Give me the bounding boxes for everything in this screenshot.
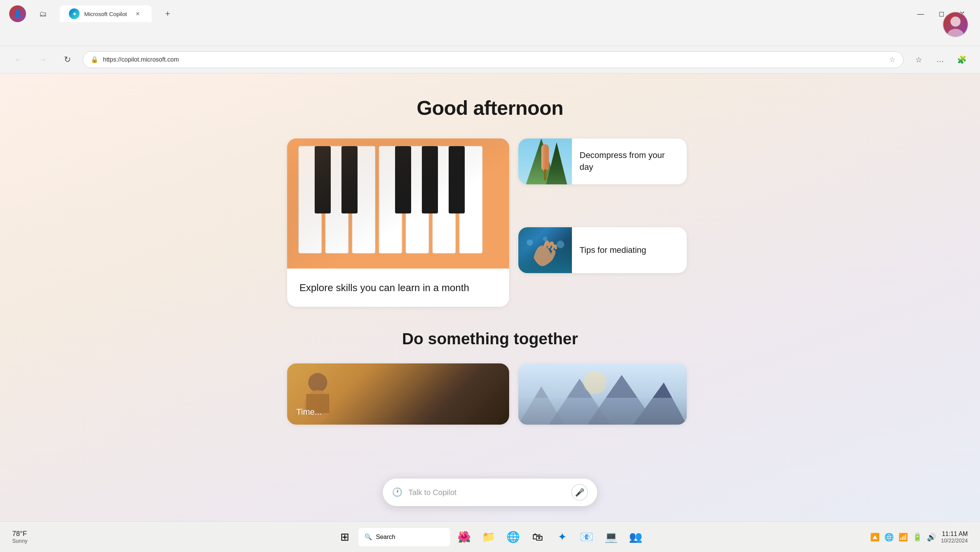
- battery-icon[interactable]: 🔋: [913, 532, 922, 542]
- do-something-cards: Time...: [287, 363, 693, 425]
- new-tab-button[interactable]: +: [159, 5, 176, 22]
- start-button[interactable]: ⊞: [334, 526, 355, 548]
- refresh-button[interactable]: ↻: [58, 50, 77, 69]
- do-card-mountains[interactable]: [518, 363, 687, 425]
- minimize-button[interactable]: —: [912, 8, 929, 20]
- taskbar-left: 78°F Sunny: [12, 530, 35, 544]
- collections-btn[interactable]: 🗂: [34, 5, 52, 23]
- system-tray: 🔼 🌐 📶 🔋 🔊: [870, 532, 936, 542]
- copilot-input-bar[interactable]: 🕐 Talk to Copilot 🎤: [383, 479, 597, 506]
- address-input[interactable]: [103, 56, 885, 63]
- mic-icon: 🎤: [575, 488, 585, 497]
- svg-rect-17: [541, 144, 549, 171]
- taskbar-right: 🔼 🌐 📶 🔋 🔊 11:11 AM 10/22/2024: [870, 531, 968, 544]
- taskbar-search-label[interactable]: Search: [376, 534, 395, 541]
- piano-image: [287, 138, 509, 269]
- section-title: Do something together: [287, 330, 693, 348]
- clock-time: 11:11 AM: [941, 531, 968, 537]
- svg-point-0: [951, 16, 960, 26]
- taskbar-teams-app[interactable]: 👥: [625, 526, 646, 548]
- extensions-button[interactable]: 🧩: [952, 50, 971, 69]
- system-clock[interactable]: 11:11 AM 10/22/2024: [941, 531, 968, 544]
- taskbar-search-icon: 🔍: [364, 533, 372, 541]
- title-bar: 👤 🗂 ✦ Microsoft Copilot ✕ + — ◻ ✕: [0, 0, 980, 24]
- taskbar-store-app[interactable]: 🛍: [527, 526, 548, 548]
- active-tab[interactable]: ✦ Microsoft Copilot ✕: [60, 5, 152, 22]
- browser-chrome: 👤 🗂 ✦ Microsoft Copilot ✕ + — ◻ ✕: [0, 0, 980, 46]
- card-explore-skills[interactable]: Explore skills you can learn in a month: [287, 138, 509, 307]
- card-mediating[interactable]: Tips for mediating: [518, 227, 687, 273]
- svg-point-21: [557, 241, 564, 248]
- address-bar[interactable]: 🔒 ☆: [83, 51, 903, 68]
- popsicle-svg: [534, 140, 557, 182]
- taskbar-dev-app[interactable]: 💻: [600, 526, 622, 548]
- copilot-placeholder[interactable]: Talk to Copilot: [408, 488, 565, 497]
- chevron-up-icon[interactable]: 🔼: [870, 532, 880, 542]
- card-large-image: [287, 138, 509, 269]
- favorites-star-icon[interactable]: ☆: [889, 55, 895, 64]
- card-small-1-text: Decompress from your day: [580, 150, 687, 173]
- card-small-2-text: Tips for mediating: [580, 244, 654, 256]
- suggestion-cards: Explore skills you can learn in a month: [287, 138, 693, 307]
- favorites-button[interactable]: ☆: [910, 50, 928, 69]
- taskbar-copilot-app[interactable]: ✦: [551, 526, 573, 548]
- user-avatar[interactable]: [942, 11, 969, 37]
- avatar-image: [943, 12, 968, 37]
- svg-point-19: [527, 239, 533, 246]
- card-large-text: Explore skills you can learn in a month: [287, 269, 509, 307]
- card-decompress[interactable]: Decompress from your day: [518, 138, 687, 184]
- main-content: Good afternoon: [0, 73, 980, 521]
- back-button[interactable]: ←: [9, 50, 28, 69]
- water-background: [518, 227, 572, 273]
- clock-date: 10/22/2024: [941, 537, 968, 544]
- greeting-heading: Good afternoon: [417, 96, 564, 119]
- taskbar-mail-app[interactable]: 📧: [576, 526, 597, 548]
- svg-point-1: [947, 29, 963, 37]
- svg-point-20: [543, 236, 547, 241]
- do-something-section: Do something together Time...: [287, 330, 693, 425]
- forward-button[interactable]: →: [34, 50, 52, 69]
- mic-button[interactable]: 🎤: [571, 484, 588, 501]
- mountains-svg: [518, 363, 687, 425]
- taskbar: 78°F Sunny ⊞ 🔍 Search 🌺 📁 🌐 🛍 ✦ 📧 💻 👥 🔼 …: [0, 521, 980, 552]
- taskbar-files-app[interactable]: 📁: [478, 526, 499, 548]
- avatar-svg: [943, 11, 968, 37]
- do-card-1-label: Time...: [296, 407, 322, 417]
- taskbar-photos-app[interactable]: 🌺: [453, 526, 475, 548]
- tab-favicon: ✦: [69, 8, 80, 19]
- nav-actions: ☆ … 🧩: [910, 50, 971, 69]
- wifi-icon[interactable]: 📶: [898, 532, 908, 542]
- svg-rect-18: [544, 169, 546, 181]
- weather-widget[interactable]: 78°F Sunny: [12, 530, 28, 544]
- tab-label: Microsoft Copilot: [84, 11, 129, 17]
- lock-icon: 🔒: [91, 56, 98, 63]
- copilot-favicon-symbol: ✦: [72, 10, 77, 18]
- card-small-1-image: [518, 138, 572, 184]
- taskbar-center: ⊞ 🔍 Search 🌺 📁 🌐 🛍 ✦ 📧 💻 👥: [334, 526, 646, 548]
- weather-description: Sunny: [12, 538, 28, 544]
- network-icon[interactable]: 🌐: [884, 532, 894, 542]
- svg-rect-30: [518, 398, 687, 425]
- volume-icon[interactable]: 🔊: [927, 532, 936, 542]
- profile-icon: 👤: [13, 10, 22, 18]
- svg-rect-15: [287, 138, 509, 269]
- popsicle-background: [518, 138, 572, 184]
- water-drops-svg: [518, 231, 572, 254]
- taskbar-search[interactable]: 🔍 Search: [358, 528, 450, 546]
- card-small-2-image: [518, 227, 572, 273]
- taskbar-edge-app[interactable]: 🌐: [502, 526, 524, 548]
- more-button[interactable]: …: [931, 50, 949, 69]
- browser-profile-icon[interactable]: 👤: [9, 5, 26, 22]
- nav-bar: ← → ↻ 🔒 ☆ ☆ … 🧩: [0, 46, 980, 73]
- do-card-time[interactable]: Time...: [287, 363, 509, 425]
- svg-point-31: [583, 371, 606, 394]
- tab-close-button[interactable]: ✕: [133, 9, 142, 18]
- history-icon[interactable]: 🕐: [392, 487, 402, 497]
- weather-temperature: 78°F: [12, 530, 28, 538]
